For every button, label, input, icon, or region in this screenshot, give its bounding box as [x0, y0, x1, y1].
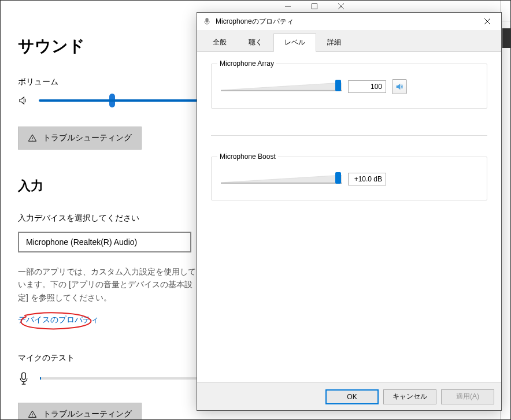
settings-titlebar [1, 1, 356, 12]
microphone-array-group: Microphone Array 100 [211, 64, 487, 109]
microphone-array-slider[interactable] [221, 80, 342, 94]
warning-icon [28, 410, 37, 419]
svg-point-10 [32, 416, 32, 417]
troubleshoot-label: トラブルシューティング [43, 133, 132, 143]
svg-rect-6 [22, 373, 26, 380]
svg-point-5 [32, 140, 32, 140]
device-properties-link[interactable]: デバイスのプロパティ [18, 315, 99, 325]
troubleshoot-label-2: トラブルシューティング [43, 409, 132, 419]
master-volume-slider[interactable] [39, 99, 201, 102]
svg-rect-1 [312, 4, 317, 9]
input-device-select[interactable]: Microphone (Realtek(R) Audio) [18, 232, 191, 252]
troubleshoot-button-2[interactable]: トラブルシューティング [18, 403, 142, 420]
tab-levels[interactable]: レベル [273, 34, 316, 52]
microphone-array-label: Microphone Array [217, 60, 276, 68]
dialog-footer: OK キャンセル 適用(A) [197, 382, 501, 410]
tab-advanced[interactable]: 詳細 [316, 34, 352, 51]
selected-device-text: Microphone (Realtek(R) Audio) [26, 237, 137, 247]
dialog-titlebar: Microphoneのプロパティ [197, 13, 501, 30]
microphone-boost-label: Microphone Boost [217, 153, 278, 161]
dialog-close-button[interactable] [476, 13, 499, 29]
minimize-button[interactable] [275, 1, 301, 12]
warning-icon [28, 133, 37, 143]
microphone-array-mute-button[interactable] [392, 79, 407, 94]
microphone-boost-slider[interactable] [221, 172, 342, 186]
microphone-icon [203, 17, 211, 25]
microphone-boost-group: Microphone Boost +10.0 dB [211, 157, 487, 200]
speaker-icon [18, 95, 28, 106]
apply-button[interactable]: 適用(A) [441, 389, 494, 404]
speaker-icon [395, 82, 404, 91]
mic-test-level [40, 377, 202, 380]
troubleshoot-button[interactable]: トラブルシューティング [18, 127, 142, 150]
tab-listen[interactable]: 聴く [238, 34, 273, 51]
dialog-title: Microphoneのプロパティ [216, 17, 476, 27]
tab-general[interactable]: 全般 [202, 34, 238, 51]
maximize-button[interactable] [301, 1, 328, 12]
svg-rect-11 [205, 18, 208, 23]
input-help-text: 一部のアプリでは、カスタム入力設定を使用しています。下の [アプリの音量とデバイ… [18, 265, 197, 304]
microphone-properties-dialog: Microphoneのプロパティ 全般 聴く レベル 詳細 Microphone… [197, 12, 502, 411]
svg-marker-15 [221, 83, 342, 90]
dialog-tabbar: 全般 聴く レベル 詳細 [197, 30, 501, 52]
svg-marker-16 [221, 175, 342, 183]
microphone-array-value[interactable]: 100 [348, 80, 386, 93]
dialog-body: Microphone Array 100 Microphone Boost [197, 52, 501, 382]
close-button[interactable] [328, 1, 354, 12]
divider [211, 135, 487, 136]
cancel-button[interactable]: キャンセル [383, 389, 436, 404]
microphone-icon [18, 371, 29, 385]
microphone-boost-value[interactable]: +10.0 dB [348, 173, 386, 185]
ok-button[interactable]: OK [325, 389, 379, 404]
